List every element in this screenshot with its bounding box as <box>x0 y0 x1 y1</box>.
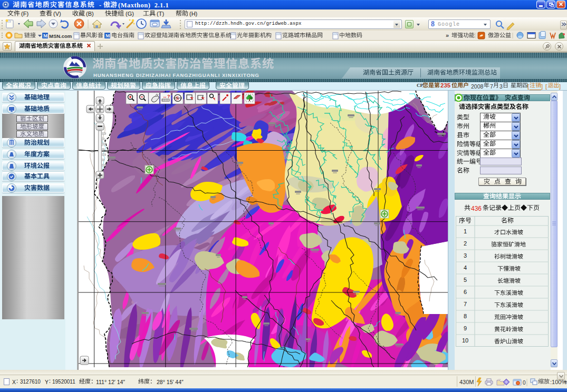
svg-text:M: M <box>105 33 110 38</box>
svg-text:8: 8 <box>464 313 467 319</box>
svg-text:7: 7 <box>464 301 467 307</box>
svg-text:5: 5 <box>464 277 467 283</box>
svg-text:2: 2 <box>464 240 467 247</box>
svg-text:↔?: ↔? <box>162 94 170 99</box>
svg-text:»: » <box>446 32 449 38</box>
svg-text:9: 9 <box>464 325 467 331</box>
svg-text:10: 10 <box>462 337 468 344</box>
svg-text:1: 1 <box>464 228 467 234</box>
svg-text:6: 6 <box>464 289 467 295</box>
svg-text:S: S <box>176 95 179 101</box>
svg-text:3: 3 <box>464 252 467 259</box>
svg-text:0: 0 <box>523 380 526 386</box>
svg-text:M: M <box>43 33 48 38</box>
svg-text:4: 4 <box>464 264 467 271</box>
